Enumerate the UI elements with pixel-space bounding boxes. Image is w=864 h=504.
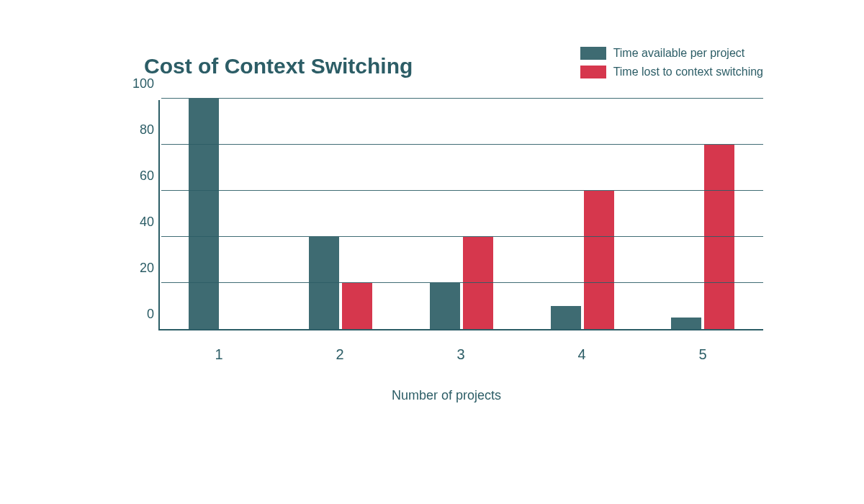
bar-group xyxy=(188,99,253,329)
x-tick-label: 5 xyxy=(670,333,735,362)
y-tick-label: 20 xyxy=(131,261,154,276)
legend-label-1: Time lost to context switching xyxy=(613,66,763,78)
chart-title: Cost of Context Switching xyxy=(144,54,580,78)
bar xyxy=(430,283,460,329)
bar xyxy=(463,237,493,329)
bar xyxy=(551,306,581,329)
y-tick-label: 100 xyxy=(131,76,154,91)
bar xyxy=(704,145,734,329)
y-tick-label: 40 xyxy=(131,215,154,230)
gridline xyxy=(161,282,763,283)
x-axis-labels: 12345 xyxy=(158,333,763,362)
legend-swatch-1 xyxy=(580,66,606,78)
x-tick-label: 3 xyxy=(428,333,493,362)
bar-groups xyxy=(160,100,763,329)
chart-legend: Time available per project Time lost to … xyxy=(580,47,763,78)
x-axis-title: Number of projects xyxy=(130,388,763,403)
x-tick-label: 2 xyxy=(307,333,372,362)
bar-group xyxy=(550,191,615,329)
bar xyxy=(189,99,219,329)
legend-item-series-0: Time available per project xyxy=(580,47,763,60)
gridline xyxy=(161,236,763,237)
plot: 020406080100 12345 xyxy=(130,100,763,359)
gridline xyxy=(161,190,763,191)
bar xyxy=(342,283,372,329)
plot-area: 020406080100 xyxy=(158,100,763,330)
x-tick-label: 4 xyxy=(549,333,614,362)
gridline xyxy=(161,98,763,99)
gridline xyxy=(161,144,763,145)
legend-label-0: Time available per project xyxy=(613,47,745,60)
x-tick-label: 1 xyxy=(186,333,251,362)
bar-group xyxy=(670,145,735,329)
chart-header: Cost of Context Switching Time available… xyxy=(101,54,763,78)
legend-swatch-0 xyxy=(580,47,606,60)
y-tick-label: 0 xyxy=(131,307,154,322)
bar xyxy=(584,191,614,329)
bar xyxy=(309,237,339,329)
bar-group xyxy=(308,237,373,329)
chart-container: Cost of Context Switching Time available… xyxy=(101,54,763,403)
y-tick-label: 80 xyxy=(131,122,154,138)
bar-group xyxy=(429,237,494,329)
bar xyxy=(671,318,701,329)
legend-item-series-1: Time lost to context switching xyxy=(580,66,763,78)
y-tick-label: 60 xyxy=(131,168,154,184)
